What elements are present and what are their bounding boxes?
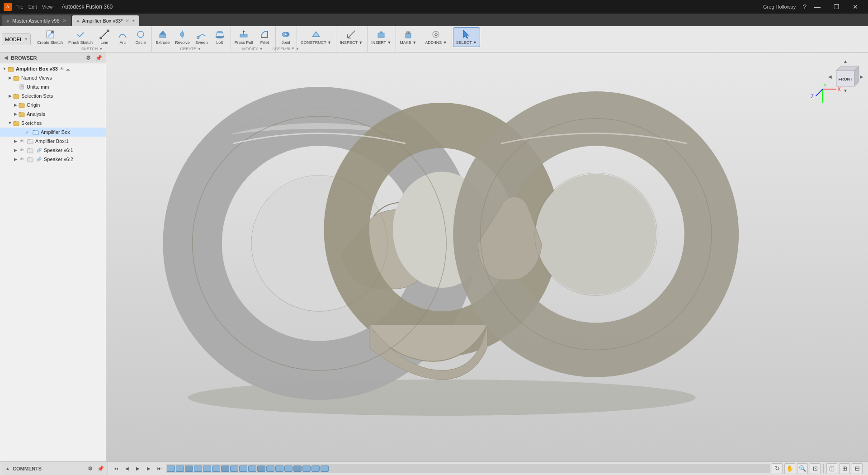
timeline-item-13[interactable] — [275, 466, 283, 472]
timeline-item-18[interactable] — [321, 466, 329, 472]
timeline-item-4[interactable] — [194, 466, 202, 472]
tree-speaker-2[interactable]: ▶ 👁 🔗 Speaker v6:2 — [0, 155, 106, 164]
timeline-item-14[interactable] — [284, 466, 292, 472]
timeline-item-16[interactable] — [302, 466, 311, 472]
svg-rect-57 — [28, 158, 33, 162]
tab-amplifier-box[interactable]: ◈ Amplifier Box v33* ✕ + — [72, 15, 139, 26]
amp-box-1-folder-icon — [27, 138, 34, 145]
sweep-button[interactable]: Sweep — [193, 27, 211, 47]
maximize-button[interactable]: ❐ — [827, 0, 845, 14]
make-button[interactable]: MAKE ▼ — [397, 27, 419, 47]
origin-icon — [18, 101, 25, 109]
svg-rect-54 — [28, 139, 30, 140]
extrude-label: Extrude — [156, 40, 170, 45]
loft-button[interactable]: Loft — [211, 27, 229, 47]
view-layout-btn[interactable]: ⊟ — [852, 463, 863, 474]
circle-button[interactable]: Circle — [132, 27, 150, 47]
arc-button[interactable]: Arc — [113, 27, 132, 47]
comments-pin-icon[interactable]: 📌 — [97, 466, 104, 472]
timeline-item-8[interactable] — [230, 466, 238, 472]
tree-sketches[interactable]: ▼ Sketches — [0, 119, 106, 128]
toolbar-group-inspect: INSPECT ▼ — [336, 26, 366, 52]
select-buttons-row: SELECT ▼ — [453, 27, 480, 47]
tree-amp-box-1[interactable]: ▶ 👁 Amplifier Box:1 — [0, 137, 106, 146]
timeline-item-15[interactable] — [293, 466, 302, 472]
fillet-button[interactable]: Fillet — [255, 27, 274, 47]
close-button[interactable]: ✕ — [846, 0, 864, 14]
tree-root[interactable]: ▼ Amplifier Box v33 👁 ☁ — [0, 64, 106, 73]
tab-master-assembly[interactable]: ◈ Master Assembly v96 ✕ — [2, 15, 71, 26]
timeline-item-2[interactable] — [176, 466, 184, 472]
comments-settings-icon[interactable]: ⚙ — [88, 466, 93, 472]
minimize-button[interactable]: — — [808, 0, 826, 14]
viewport[interactable]: X Y Z FRONT — [106, 52, 868, 461]
insert-button[interactable]: INSERT ▼ — [368, 27, 394, 47]
grid-btn[interactable]: ⊞ — [839, 463, 850, 474]
tree-units[interactable]: Units: mm — [0, 82, 106, 91]
timeline-play-btn[interactable]: ▶ — [133, 464, 142, 473]
extrude-button[interactable]: Extrude — [153, 27, 172, 47]
tab-close-master[interactable]: ✕ — [62, 18, 66, 24]
svg-marker-23 — [312, 32, 320, 37]
timeline-item-6[interactable] — [212, 466, 220, 472]
view-cube[interactable]: FRONT ▲ ▼ ◀ ▶ — [827, 57, 863, 93]
model-dropdown[interactable]: MODEL ▼ — [2, 33, 31, 45]
create-sketch-button[interactable]: Create Sketch — [34, 27, 66, 47]
tree-origin[interactable]: ▶ Origin — [0, 100, 106, 109]
analysis-arrow: ▶ — [13, 112, 18, 116]
svg-text:Z: Z — [811, 94, 814, 99]
timeline-item-7[interactable] — [221, 466, 229, 472]
file-menu[interactable]: File — [15, 4, 24, 10]
timeline-item-1[interactable] — [167, 466, 175, 472]
timeline-item-12[interactable] — [266, 466, 274, 472]
tree-speaker-1[interactable]: ▶ 👁 🔗 Speaker v6:1 — [0, 146, 106, 155]
svg-text:⚙: ⚙ — [434, 32, 438, 37]
tree-named-views[interactable]: ▶ Named Views — [0, 73, 106, 82]
revolve-button[interactable]: Revolve — [172, 27, 193, 47]
zoom-btn[interactable]: 🔍 — [797, 463, 808, 474]
fit-btn[interactable]: ⊡ — [810, 463, 821, 474]
tree-selection-sets[interactable]: ▶ Selection Sets — [0, 91, 106, 100]
root-extra-icons: 👁 ☁ — [60, 66, 70, 71]
browser-collapse-btn[interactable]: ◀ — [4, 55, 8, 60]
finish-sketch-button[interactable]: Finish Sketch — [66, 27, 95, 47]
user-name: Greg Holloway — [763, 4, 796, 10]
timeline-track[interactable] — [166, 464, 770, 473]
svg-text:▲: ▲ — [843, 59, 848, 64]
tree-amplifier-box-sketch[interactable]: ✓ Amplifier Box — [0, 128, 106, 137]
line-button[interactable]: Line — [95, 27, 113, 47]
toolbar-group-sketch: Create Sketch Finish Sketch Line — [33, 26, 151, 52]
amp-box-folder-icon — [32, 128, 39, 136]
view-menu[interactable]: View — [42, 4, 53, 10]
svg-rect-48 — [19, 112, 21, 113]
browser-pin-icon[interactable]: 📌 — [95, 55, 102, 61]
inspect-button[interactable]: INSPECT ▼ — [337, 27, 365, 47]
insert-label: INSERT ▼ — [371, 40, 391, 45]
construct-button[interactable]: CONSTRUCT ▼ — [298, 27, 334, 47]
timeline-rewind-btn[interactable]: ⏮ — [112, 464, 121, 473]
tree-analysis[interactable]: ▶ Analysis — [0, 109, 106, 119]
selection-sets-icon — [13, 92, 20, 100]
timeline-item-3[interactable] — [185, 466, 193, 472]
tab-close-amplifier[interactable]: ✕ — [125, 18, 129, 24]
pan-btn[interactable]: ✋ — [784, 463, 795, 474]
addins-button[interactable]: ⚙ ADD-INS ▼ — [422, 27, 449, 47]
edit-menu[interactable]: Edit — [28, 4, 37, 10]
timeline-step-back-btn[interactable]: ◀ — [123, 464, 132, 473]
joint-button[interactable]: Joint — [277, 27, 295, 47]
timeline-step-forward-btn[interactable]: ▶ — [144, 464, 153, 473]
timeline-item-11[interactable] — [257, 466, 265, 472]
comments-collapse-btn[interactable]: ▲ — [5, 466, 10, 471]
timeline-item-17[interactable] — [311, 466, 320, 472]
orbit-btn[interactable]: ↻ — [772, 463, 783, 474]
timeline-item-10[interactable] — [248, 466, 256, 472]
press-pull-button[interactable]: Press Pull — [232, 27, 256, 47]
browser-settings-icon[interactable]: ⚙ — [86, 55, 91, 61]
help-icon[interactable]: ? — [803, 3, 807, 10]
timeline-item-9[interactable] — [239, 466, 247, 472]
display-settings-btn[interactable]: ◫ — [826, 463, 837, 474]
timeline-item-5[interactable] — [203, 466, 211, 472]
timeline-fast-forward-btn[interactable]: ⏭ — [155, 464, 164, 473]
speaker-1-arrow: ▶ — [13, 148, 18, 152]
select-button[interactable]: SELECT ▼ — [453, 27, 480, 47]
